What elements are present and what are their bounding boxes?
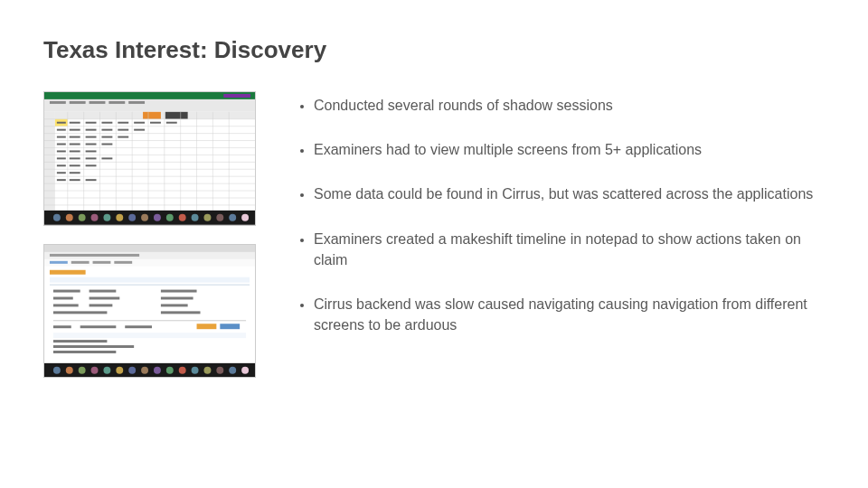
slide-content: Conducted several rounds of shadow sessi…	[43, 91, 825, 378]
svg-rect-113	[90, 304, 113, 306]
svg-rect-41	[86, 122, 97, 124]
svg-rect-110	[90, 296, 120, 299]
svg-rect-120	[125, 325, 152, 328]
bullet-list: Conducted several rounds of shadow sessi…	[292, 95, 825, 335]
svg-point-88	[179, 214, 186, 221]
svg-point-78	[53, 214, 61, 221]
svg-rect-95	[44, 245, 255, 252]
svg-rect-122	[220, 324, 240, 329]
svg-rect-42	[101, 122, 112, 124]
svg-rect-53	[57, 136, 66, 138]
svg-point-82	[103, 214, 110, 221]
svg-rect-43	[118, 122, 128, 124]
svg-rect-64	[86, 150, 97, 152]
svg-rect-1	[44, 92, 255, 99]
svg-rect-121	[197, 324, 217, 329]
slide: Texas Interest: Discovery	[0, 0, 868, 488]
bullet-item: Examiners created a makeshift timeline i…	[314, 229, 825, 270]
svg-point-87	[166, 214, 174, 221]
svg-rect-115	[53, 311, 107, 314]
svg-rect-104	[50, 277, 250, 282]
bullet-item: Cirrus backend was slow caused navigatin…	[314, 294, 825, 335]
svg-point-80	[79, 214, 86, 221]
svg-point-136	[154, 367, 161, 374]
svg-rect-51	[118, 129, 128, 131]
svg-rect-4	[70, 101, 86, 104]
svg-rect-117	[53, 320, 246, 321]
svg-point-91	[216, 214, 223, 221]
bullet-item: Conducted several rounds of shadow sessi…	[314, 95, 825, 116]
excel-spreadsheet-icon	[44, 92, 255, 225]
svg-rect-59	[70, 144, 80, 145]
svg-rect-107	[90, 289, 117, 292]
svg-point-139	[192, 367, 199, 374]
svg-rect-111	[161, 296, 193, 299]
svg-rect-54	[70, 136, 80, 138]
svg-rect-68	[101, 157, 112, 159]
svg-rect-10	[44, 112, 55, 211]
svg-rect-56	[101, 136, 112, 138]
svg-rect-72	[57, 172, 66, 174]
svg-point-86	[154, 214, 161, 221]
svg-point-134	[128, 367, 136, 374]
svg-rect-48	[70, 129, 80, 131]
svg-rect-39	[57, 122, 66, 124]
svg-rect-60	[86, 144, 97, 145]
svg-rect-69	[57, 164, 66, 166]
svg-point-135	[141, 367, 148, 374]
svg-rect-99	[50, 261, 68, 264]
svg-point-143	[241, 367, 249, 374]
bullet-item: Some data could be found in Cirrus, but …	[314, 183, 825, 204]
svg-point-142	[229, 367, 236, 374]
svg-rect-52	[134, 129, 145, 131]
svg-point-133	[116, 367, 123, 374]
svg-rect-67	[86, 157, 97, 159]
svg-rect-119	[80, 325, 117, 328]
svg-point-79	[66, 214, 73, 221]
svg-rect-109	[53, 296, 73, 299]
svg-rect-65	[57, 157, 66, 159]
svg-point-137	[166, 367, 174, 374]
svg-point-131	[91, 367, 99, 374]
svg-point-93	[241, 214, 249, 221]
svg-rect-7	[128, 101, 145, 104]
svg-rect-46	[166, 122, 177, 124]
svg-rect-61	[101, 144, 112, 145]
svg-rect-116	[161, 311, 201, 314]
svg-rect-102	[114, 261, 132, 264]
svg-rect-118	[53, 325, 71, 328]
svg-rect-14	[165, 112, 188, 119]
svg-rect-71	[86, 164, 97, 166]
svg-rect-6	[108, 101, 125, 104]
bullet-column: Conducted several rounds of shadow sessi…	[292, 91, 825, 378]
svg-rect-75	[70, 179, 80, 181]
svg-rect-13	[143, 112, 161, 119]
svg-rect-108	[161, 289, 197, 292]
svg-point-83	[116, 214, 123, 221]
svg-point-90	[203, 214, 211, 221]
svg-point-81	[91, 214, 99, 221]
cirrus-webapp-icon	[44, 245, 255, 378]
thumbnail-cirrus	[43, 244, 256, 379]
slide-title: Texas Interest: Discovery	[43, 36, 825, 64]
svg-rect-100	[71, 261, 90, 264]
svg-point-140	[203, 367, 211, 374]
svg-rect-45	[150, 122, 161, 124]
svg-rect-126	[53, 351, 116, 353]
svg-point-130	[79, 367, 86, 374]
svg-rect-73	[70, 172, 80, 174]
svg-point-92	[229, 214, 236, 221]
svg-point-129	[66, 367, 73, 374]
svg-rect-76	[86, 179, 97, 181]
svg-rect-55	[86, 136, 97, 138]
svg-point-89	[192, 214, 199, 221]
bullet-item: Examiners had to view multiple screens f…	[314, 139, 825, 160]
svg-point-138	[179, 367, 186, 374]
thumbnail-column	[43, 91, 256, 378]
svg-rect-124	[53, 340, 107, 343]
svg-rect-47	[57, 129, 66, 131]
svg-rect-44	[134, 122, 145, 124]
svg-rect-97	[50, 254, 139, 257]
svg-point-84	[128, 214, 136, 221]
svg-rect-105	[50, 284, 250, 285]
